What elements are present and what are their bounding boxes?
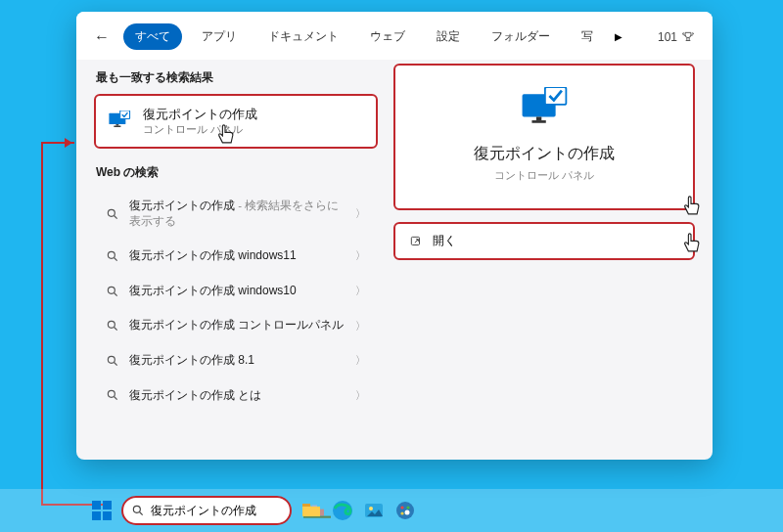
tab-documents[interactable]: ドキュメント <box>256 23 350 50</box>
web-result-item[interactable]: 復元ポイントの作成 コントロールパネル 〉 <box>94 308 378 343</box>
taskbar-search[interactable] <box>121 496 292 525</box>
svg-point-35 <box>396 502 414 519</box>
svg-rect-31 <box>302 504 310 507</box>
svg-point-37 <box>406 506 409 509</box>
back-button[interactable]: ← <box>94 28 115 46</box>
preview-card: 復元ポイントの作成 コントロール パネル <box>393 64 695 210</box>
best-match-title: 復元ポイントの作成 <box>143 106 257 123</box>
search-icon <box>106 285 119 298</box>
svg-rect-19 <box>545 87 567 105</box>
svg-point-36 <box>400 506 403 509</box>
monitor-check-icon <box>108 111 131 132</box>
tab-settings[interactable]: 設定 <box>425 23 472 50</box>
best-match-item[interactable]: 復元ポイントの作成 コントロール パネル <box>94 94 378 149</box>
svg-line-7 <box>115 258 117 261</box>
svg-point-34 <box>369 507 373 510</box>
preview-title: 復元ポイントの作成 <box>474 144 615 164</box>
web-result-item[interactable]: 復元ポイントの作成 とは 〉 <box>94 378 378 414</box>
annotation-line <box>41 142 74 144</box>
svg-rect-18 <box>536 116 541 120</box>
pointer-cursor-icon <box>677 193 705 220</box>
svg-point-38 <box>400 511 403 514</box>
search-input[interactable] <box>151 504 298 517</box>
open-label: 開く <box>433 233 456 249</box>
taskbar <box>0 489 783 532</box>
search-flyout: ← すべて アプリ ドキュメント ウェブ 設定 フォルダー 写 ▶ 101 最も… <box>76 12 713 460</box>
best-match-heading: 最も一致する検索結果 <box>96 69 378 86</box>
open-button[interactable]: 開く <box>393 222 695 260</box>
file-explorer-icon[interactable] <box>299 499 323 522</box>
search-icon <box>106 354 119 368</box>
web-result-item[interactable]: 復元ポイントの作成 windows11 〉 <box>94 239 378 274</box>
svg-point-25 <box>133 506 140 512</box>
svg-point-4 <box>108 209 115 216</box>
svg-rect-23 <box>92 511 101 520</box>
svg-line-26 <box>140 512 143 515</box>
svg-rect-21 <box>92 501 101 510</box>
chevron-right-icon: 〉 <box>355 319 366 333</box>
web-search-heading: Web の検索 <box>96 164 378 181</box>
svg-line-9 <box>115 292 117 295</box>
search-icon <box>106 207 119 221</box>
svg-rect-2 <box>115 124 118 125</box>
trophy-icon <box>681 30 695 44</box>
tab-apps[interactable]: アプリ <box>190 23 249 50</box>
rewards-badge[interactable]: 101 <box>658 30 695 44</box>
monitor-check-icon <box>519 87 570 126</box>
chevron-right-icon: 〉 <box>355 206 366 221</box>
svg-rect-17 <box>531 120 545 123</box>
search-icon <box>106 319 119 332</box>
more-tabs-button[interactable]: ▶ <box>615 31 622 42</box>
svg-rect-3 <box>120 111 130 118</box>
svg-point-6 <box>108 251 115 258</box>
svg-point-39 <box>405 510 410 515</box>
web-result-list: 復元ポイントの作成 - 検索結果をさらに表示する 〉 復元ポイントの作成 win… <box>94 189 378 413</box>
web-result-item[interactable]: 復元ポイントの作成 windows10 〉 <box>94 274 378 309</box>
chevron-right-icon: 〉 <box>355 248 366 263</box>
svg-line-13 <box>115 363 117 366</box>
svg-rect-22 <box>103 501 112 510</box>
annotation-line <box>41 143 43 505</box>
tab-web[interactable]: ウェブ <box>358 23 417 50</box>
chevron-right-icon: 〉 <box>355 353 366 368</box>
svg-line-5 <box>115 215 117 218</box>
paint-icon[interactable] <box>393 499 417 522</box>
svg-point-14 <box>108 391 115 398</box>
web-result-item[interactable]: 復元ポイントの作成 8.1 〉 <box>94 343 378 378</box>
photos-icon[interactable] <box>362 499 386 522</box>
search-icon <box>106 249 119 263</box>
best-match-subtitle: コントロール パネル <box>143 123 257 137</box>
svg-point-12 <box>108 356 115 363</box>
start-button[interactable] <box>90 499 114 522</box>
chevron-right-icon: 〉 <box>355 388 366 403</box>
open-icon <box>409 235 423 248</box>
pointer-cursor-icon <box>677 230 705 257</box>
tab-bar: ← すべて アプリ ドキュメント ウェブ 設定 フォルダー 写 ▶ 101 <box>76 12 713 60</box>
tab-folders[interactable]: フォルダー <box>480 23 562 50</box>
tab-photos[interactable]: 写 <box>570 23 605 50</box>
svg-point-10 <box>108 322 115 329</box>
preview-subtitle: コントロール パネル <box>494 168 594 183</box>
svg-point-8 <box>108 287 115 293</box>
search-icon <box>106 388 119 402</box>
search-icon <box>131 504 145 517</box>
chevron-right-icon: 〉 <box>355 284 366 298</box>
rewards-count: 101 <box>658 30 677 44</box>
svg-line-11 <box>115 328 117 331</box>
web-result-item[interactable]: 復元ポイントの作成 - 検索結果をさらに表示する 〉 <box>94 189 378 239</box>
svg-rect-1 <box>114 126 120 127</box>
tab-all[interactable]: すべて <box>123 23 182 50</box>
edge-icon[interactable] <box>331 499 354 522</box>
svg-rect-24 <box>103 511 112 520</box>
svg-line-15 <box>115 397 117 400</box>
